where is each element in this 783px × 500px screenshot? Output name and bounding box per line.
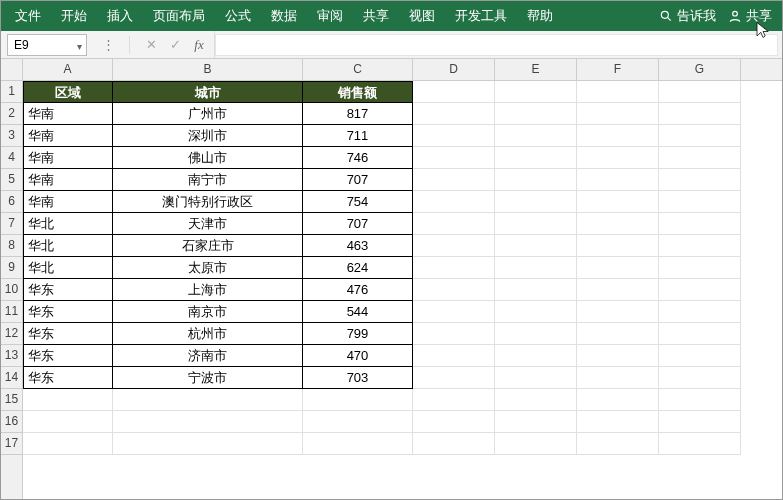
cell[interactable] [413,301,495,323]
cell[interactable] [659,389,741,411]
ribbon-tab-10[interactable]: 帮助 [517,1,563,31]
cell[interactable] [659,125,741,147]
cell[interactable] [659,301,741,323]
cell[interactable] [577,279,659,301]
cell[interactable] [659,257,741,279]
cancel-icon[interactable]: ✕ [140,37,162,52]
cell[interactable] [577,345,659,367]
cell[interactable] [659,235,741,257]
ribbon-tab-7[interactable]: 共享 [353,1,399,31]
cell[interactable]: 799 [303,323,413,345]
row-header-11[interactable]: 11 [1,301,22,323]
cell[interactable] [495,235,577,257]
cell[interactable]: 深圳市 [113,125,303,147]
cell[interactable]: 707 [303,169,413,191]
cell[interactable] [659,411,741,433]
cell[interactable] [113,433,303,455]
cell[interactable] [413,213,495,235]
row-header-2[interactable]: 2 [1,103,22,125]
row-header-12[interactable]: 12 [1,323,22,345]
cell[interactable] [495,367,577,389]
cell[interactable]: 天津市 [113,213,303,235]
cell[interactable] [303,411,413,433]
ribbon-tab-5[interactable]: 数据 [261,1,307,31]
ribbon-tab-0[interactable]: 文件 [5,1,51,31]
cell[interactable]: 杭州市 [113,323,303,345]
col-header-B[interactable]: B [113,59,303,80]
cell[interactable] [413,81,495,103]
row-header-6[interactable]: 6 [1,191,22,213]
cell[interactable] [413,279,495,301]
ribbon-tab-8[interactable]: 视图 [399,1,445,31]
cell[interactable]: 624 [303,257,413,279]
col-header-E[interactable]: E [495,59,577,80]
tell-me-search[interactable]: 告诉我 [653,7,722,25]
cell[interactable]: 711 [303,125,413,147]
cell[interactable]: 817 [303,103,413,125]
share-button[interactable]: 共享 [722,7,778,25]
cell[interactable] [495,81,577,103]
cell[interactable] [659,279,741,301]
cell[interactable]: 746 [303,147,413,169]
cell[interactable] [577,191,659,213]
ribbon-tab-9[interactable]: 开发工具 [445,1,517,31]
cell[interactable] [577,125,659,147]
row-header-13[interactable]: 13 [1,345,22,367]
fx-icon[interactable]: fx [188,37,210,53]
cell[interactable] [495,257,577,279]
cell[interactable]: 463 [303,235,413,257]
row-header-3[interactable]: 3 [1,125,22,147]
cell[interactable] [495,213,577,235]
select-all-corner[interactable] [1,59,23,81]
cell[interactable] [659,81,741,103]
cell[interactable] [659,433,741,455]
cell[interactable] [495,301,577,323]
cell[interactable]: 华东 [23,367,113,389]
cell[interactable] [577,81,659,103]
cell[interactable] [577,257,659,279]
cell[interactable] [413,169,495,191]
cell[interactable] [23,433,113,455]
confirm-icon[interactable]: ✓ [164,37,186,52]
ribbon-tab-2[interactable]: 插入 [97,1,143,31]
col-header-C[interactable]: C [303,59,413,80]
cell[interactable] [413,389,495,411]
cell[interactable] [23,411,113,433]
cell[interactable] [577,235,659,257]
cell[interactable]: 华北 [23,235,113,257]
cell[interactable]: 区域 [23,81,113,103]
cell[interactable]: 华东 [23,279,113,301]
cell[interactable]: 济南市 [113,345,303,367]
cell[interactable] [495,147,577,169]
cell[interactable]: 707 [303,213,413,235]
cell[interactable] [413,257,495,279]
cell[interactable]: 华南 [23,103,113,125]
cell[interactable] [413,103,495,125]
cell[interactable]: 470 [303,345,413,367]
row-header-10[interactable]: 10 [1,279,22,301]
col-header-G[interactable]: G [659,59,741,80]
cell[interactable] [659,213,741,235]
cell[interactable] [495,345,577,367]
cell[interactable] [303,389,413,411]
name-box[interactable]: E9 [7,34,87,56]
cell[interactable] [413,323,495,345]
cell[interactable]: 华南 [23,147,113,169]
cell[interactable] [577,389,659,411]
cell[interactable] [495,411,577,433]
cell[interactable]: 南宁市 [113,169,303,191]
cell[interactable] [413,367,495,389]
row-header-7[interactable]: 7 [1,213,22,235]
cell[interactable] [577,411,659,433]
cell[interactable] [577,169,659,191]
cell[interactable]: 佛山市 [113,147,303,169]
ribbon-tab-4[interactable]: 公式 [215,1,261,31]
cell[interactable] [659,147,741,169]
cell[interactable]: 上海市 [113,279,303,301]
cell[interactable]: 华南 [23,125,113,147]
cell[interactable]: 703 [303,367,413,389]
col-header-D[interactable]: D [413,59,495,80]
cell[interactable] [413,147,495,169]
cell[interactable] [659,367,741,389]
cell[interactable] [495,125,577,147]
